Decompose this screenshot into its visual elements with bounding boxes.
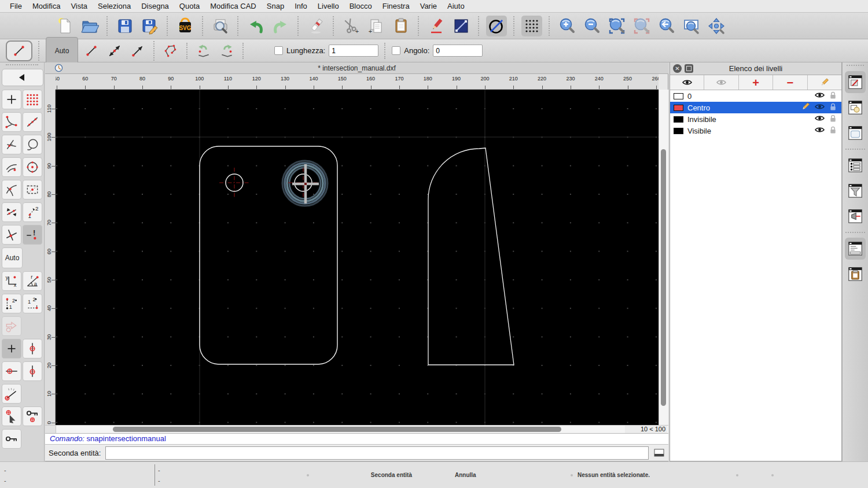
polyline-undo-button[interactable]	[194, 42, 214, 60]
save-as-button[interactable]	[139, 16, 160, 36]
snap-center-button[interactable]	[23, 157, 42, 177]
dock-blocks-toggle-button[interactable]	[845, 97, 866, 119]
print-preview-button[interactable]	[210, 16, 231, 36]
menu-file[interactable]: File	[5, 0, 27, 12]
zoom-pan-button[interactable]	[706, 16, 727, 36]
layer-row-centro[interactable]: Centro	[670, 102, 841, 113]
restrict-orthogonal-button[interactable]	[23, 339, 42, 358]
coord-cartesian-button[interactable]: yx	[2, 271, 21, 291]
menu-modifica[interactable]: Modifica	[27, 0, 65, 12]
snap-free-button[interactable]	[2, 90, 21, 109]
layer-row-0[interactable]: 0	[670, 90, 841, 102]
lock-zero-button[interactable]	[2, 429, 21, 449]
pick-reference-button[interactable]	[2, 406, 21, 426]
snap-reference-button[interactable]	[23, 180, 42, 199]
undo-button[interactable]	[245, 16, 266, 36]
layer-visibility-icon[interactable]	[814, 102, 825, 113]
add-layer-button[interactable]: +	[739, 75, 773, 90]
vertical-scrollbar-thumb[interactable]	[661, 149, 666, 406]
rel-angle-2-button[interactable]: 12	[23, 294, 42, 313]
dock-library-toggle-button[interactable]	[845, 122, 866, 144]
polyline-redo-button[interactable]	[217, 42, 237, 60]
document-title-bar[interactable]: * intersection_manual.dxf	[45, 62, 668, 74]
svg-export-button[interactable]: SVG	[175, 16, 196, 36]
layer-lock-icon[interactable]	[829, 125, 837, 136]
menu-quota[interactable]: Quota	[174, 0, 205, 12]
dock-layers-toggle-button[interactable]	[845, 71, 866, 93]
dock-clipboard-toggle-button[interactable]	[845, 263, 866, 285]
profile-entity[interactable]	[428, 148, 514, 365]
line-two-arrows-button[interactable]	[105, 42, 124, 60]
dock-dimension-toggle-button[interactable]	[845, 205, 866, 227]
modify-attributes-button[interactable]	[451, 16, 472, 36]
length-checkbox[interactable]	[274, 46, 283, 55]
drawing-canvas[interactable]	[56, 90, 659, 425]
snap-auto-button[interactable]: Auto	[2, 247, 23, 268]
grid-toggle-button[interactable]	[521, 16, 542, 36]
snap-perpendicular-button[interactable]	[2, 135, 21, 154]
zoom-previous-button[interactable]	[656, 16, 677, 36]
snap-sequence-button[interactable]: 12	[23, 202, 42, 222]
menu-modifica-cad[interactable]: Modifica CAD	[205, 0, 261, 12]
copy-button[interactable]: +	[366, 16, 387, 36]
pen-attributes-button[interactable]	[426, 16, 447, 36]
delete-eraser-button[interactable]	[306, 16, 326, 36]
show-all-layers-button[interactable]	[670, 75, 704, 90]
auto-button[interactable]: Auto	[46, 37, 78, 65]
snap-auto-arrows-button[interactable]	[2, 202, 21, 222]
angle-checkbox[interactable]	[392, 46, 400, 55]
horizontal-scrollbar[interactable]: 10 < 100	[45, 425, 668, 434]
menu-livello[interactable]: Livello	[312, 0, 344, 12]
layer-lock-icon[interactable]	[829, 114, 837, 125]
line-segment-button[interactable]	[6, 40, 32, 61]
layer-visibility-icon[interactable]	[814, 125, 825, 136]
menu-seleziona[interactable]: Seleziona	[93, 0, 136, 12]
command-options-icon[interactable]	[653, 448, 665, 457]
snap-intersection-button[interactable]	[2, 225, 21, 245]
menu-aiuto[interactable]: Aiuto	[442, 0, 470, 12]
snap-on-entity-button[interactable]	[23, 112, 42, 132]
remove-layer-button[interactable]: −	[773, 75, 807, 90]
menu-snap[interactable]: Snap	[262, 0, 289, 12]
redo-button[interactable]	[270, 16, 291, 36]
zoom-auto-button[interactable]	[606, 16, 627, 36]
snap-grid-button[interactable]	[23, 90, 42, 109]
rel-angle-1-button[interactable]: 12	[2, 294, 21, 313]
menu-finestra[interactable]: Finestra	[377, 0, 415, 12]
zoom-in-button[interactable]	[557, 16, 578, 36]
menu-blocco[interactable]: Blocco	[344, 0, 377, 12]
horizontal-scrollbar-thumb[interactable]	[113, 427, 561, 432]
layer-visibility-icon[interactable]	[814, 114, 825, 125]
layer-edit-pencil-icon[interactable]	[800, 102, 810, 113]
coord-polar-button[interactable]: ra	[23, 271, 42, 291]
menu-vista[interactable]: Vista	[65, 0, 93, 12]
back-button[interactable]	[2, 69, 43, 86]
snap-tangent-button[interactable]	[23, 135, 42, 154]
snap-intersection-arc-button[interactable]	[2, 180, 21, 199]
menu-info[interactable]: Info	[289, 0, 312, 12]
polyline-button[interactable]	[161, 42, 181, 60]
snap-distance-button[interactable]	[2, 157, 21, 177]
restrict-vertical-button[interactable]	[23, 361, 42, 381]
angle-gauge-button[interactable]	[2, 384, 21, 404]
layer-visibility-icon[interactable]	[814, 91, 825, 102]
dock-entity-list-toggle-button[interactable]	[845, 154, 866, 176]
angle-input[interactable]	[433, 45, 483, 57]
vertical-scrollbar[interactable]	[659, 90, 668, 425]
hide-all-layers-button[interactable]	[704, 75, 738, 90]
menu-disegna[interactable]: Disegna	[136, 0, 174, 12]
restrict-horizontal-button[interactable]	[2, 361, 21, 381]
toolbar-drag-handle[interactable]	[6, 64, 38, 67]
lock-reference-button[interactable]	[23, 406, 42, 426]
paste-button[interactable]	[391, 16, 411, 36]
save-button[interactable]	[115, 16, 135, 36]
layer-row-invisibile[interactable]: Invisibile	[670, 113, 841, 125]
restrict-none-button[interactable]	[2, 339, 21, 358]
snap-intersection-manual-button[interactable]: !	[23, 225, 42, 245]
layer-row-visibile[interactable]: Visibile	[670, 125, 841, 136]
edit-layer-button[interactable]	[808, 75, 841, 90]
snap-endpoints-button[interactable]	[2, 112, 21, 132]
dock-drag-handle[interactable]	[847, 65, 864, 68]
cut-button[interactable]: +	[341, 16, 362, 36]
command-input[interactable]	[105, 446, 649, 460]
